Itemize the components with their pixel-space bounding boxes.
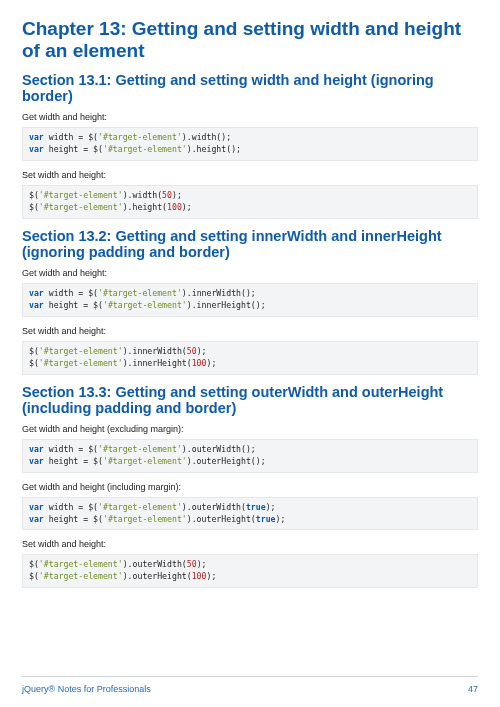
code-token: $(	[29, 202, 39, 212]
body-text: Set width and height:	[22, 539, 478, 549]
code-token: var	[29, 456, 44, 466]
footer-book-title: jQuery® Notes for Professionals	[22, 684, 151, 694]
code-token: '#target-element'	[103, 514, 187, 524]
code-token: 50	[187, 346, 197, 356]
code-line: $('#target-element').innerHeight(100);	[29, 358, 471, 370]
section-heading: Section 13.2: Getting and setting innerW…	[22, 228, 478, 261]
code-token: '#target-element'	[98, 288, 182, 298]
code-token: width = $(	[44, 444, 98, 454]
code-token: );	[206, 358, 216, 368]
code-token: ).outerHeight(	[187, 514, 256, 524]
code-line: var height = $('#target-element').outerH…	[29, 514, 471, 526]
code-token: '#target-element'	[39, 358, 123, 368]
code-block: var width = $('#target-element').outerWi…	[22, 439, 478, 473]
code-line: $('#target-element').width(50);	[29, 190, 471, 202]
body-text: Set width and height:	[22, 326, 478, 336]
code-token: ).innerWidth(	[123, 346, 187, 356]
code-token: 50	[187, 559, 197, 569]
code-token: ).outerHeight(	[123, 571, 192, 581]
code-token: ).innerHeight(	[123, 358, 192, 368]
code-token: );	[206, 571, 216, 581]
code-token: var	[29, 132, 44, 142]
code-token: '#target-element'	[98, 132, 182, 142]
code-token: '#target-element'	[39, 202, 123, 212]
code-line: $('#target-element').innerWidth(50);	[29, 346, 471, 358]
code-token: 100	[192, 571, 207, 581]
code-token: height = $(	[44, 456, 103, 466]
code-line: $('#target-element').outerHeight(100);	[29, 571, 471, 583]
code-block: $('#target-element').outerWidth(50);$('#…	[22, 554, 478, 588]
page-footer: jQuery® Notes for Professionals 47	[22, 684, 478, 694]
code-line: var width = $('#target-element').outerWi…	[29, 444, 471, 456]
code-token: ).height(	[123, 202, 167, 212]
code-token: var	[29, 300, 44, 310]
code-token: 50	[162, 190, 172, 200]
code-token: ).outerWidth(	[123, 559, 187, 569]
code-line: var width = $('#target-element').innerWi…	[29, 288, 471, 300]
code-token: width = $(	[44, 502, 98, 512]
code-token: );	[266, 502, 276, 512]
code-line: var width = $('#target-element').outerWi…	[29, 502, 471, 514]
section-heading: Section 13.1: Getting and setting width …	[22, 72, 478, 105]
code-token: height = $(	[44, 144, 103, 154]
chapter-title: Chapter 13: Getting and setting width an…	[22, 18, 478, 62]
code-token: );	[172, 190, 182, 200]
code-token: var	[29, 514, 44, 524]
footer-page-number: 47	[468, 684, 478, 694]
code-token: '#target-element'	[39, 190, 123, 200]
code-token: 100	[192, 358, 207, 368]
code-token: '#target-element'	[39, 559, 123, 569]
body-text: Set width and height:	[22, 170, 478, 180]
code-token: '#target-element'	[39, 571, 123, 581]
code-block: $('#target-element').innerWidth(50);$('#…	[22, 341, 478, 375]
code-token: ).height();	[187, 144, 241, 154]
code-line: var height = $('#target-element').outerH…	[29, 456, 471, 468]
code-token: width = $(	[44, 132, 98, 142]
code-token: height = $(	[44, 514, 103, 524]
code-line: var height = $('#target-element').innerH…	[29, 300, 471, 312]
code-block: $('#target-element').width(50);$('#targe…	[22, 185, 478, 219]
body-text: Get width and height:	[22, 112, 478, 122]
code-token: '#target-element'	[39, 346, 123, 356]
code-block: var width = $('#target-element').innerWi…	[22, 283, 478, 317]
body-text: Get width and height:	[22, 268, 478, 278]
code-token: $(	[29, 358, 39, 368]
code-token: true	[256, 514, 276, 524]
code-token: ).innerHeight();	[187, 300, 266, 310]
code-token: );	[197, 346, 207, 356]
code-token: 100	[167, 202, 182, 212]
code-token: ).width();	[182, 132, 231, 142]
code-token: );	[197, 559, 207, 569]
code-token: width = $(	[44, 288, 98, 298]
code-token: var	[29, 288, 44, 298]
code-token: ).outerWidth(	[182, 502, 246, 512]
code-token: true	[246, 502, 266, 512]
code-token: ).width(	[123, 190, 162, 200]
body-text: Get width and height (including margin):	[22, 482, 478, 492]
section-heading: Section 13.3: Getting and setting outerW…	[22, 384, 478, 417]
code-block: var width = $('#target-element').outerWi…	[22, 497, 478, 531]
code-token: );	[182, 202, 192, 212]
body-text: Get width and height (excluding margin):	[22, 424, 478, 434]
code-token: $(	[29, 571, 39, 581]
code-token: ).outerHeight();	[187, 456, 266, 466]
code-line: var height = $('#target-element').height…	[29, 144, 471, 156]
code-token: $(	[29, 559, 39, 569]
footer-rule	[22, 676, 478, 677]
code-token: '#target-element'	[103, 456, 187, 466]
code-token: var	[29, 144, 44, 154]
code-token: ).outerWidth();	[182, 444, 256, 454]
code-token: ).innerWidth();	[182, 288, 256, 298]
code-line: $('#target-element').height(100);	[29, 202, 471, 214]
code-token: var	[29, 502, 44, 512]
code-token: );	[276, 514, 286, 524]
code-token: '#target-element'	[103, 300, 187, 310]
code-line: $('#target-element').outerWidth(50);	[29, 559, 471, 571]
code-line: var width = $('#target-element').width()…	[29, 132, 471, 144]
code-token: '#target-element'	[98, 502, 182, 512]
code-token: '#target-element'	[98, 444, 182, 454]
code-token: height = $(	[44, 300, 103, 310]
code-token: '#target-element'	[103, 144, 187, 154]
code-token: $(	[29, 190, 39, 200]
code-token: $(	[29, 346, 39, 356]
